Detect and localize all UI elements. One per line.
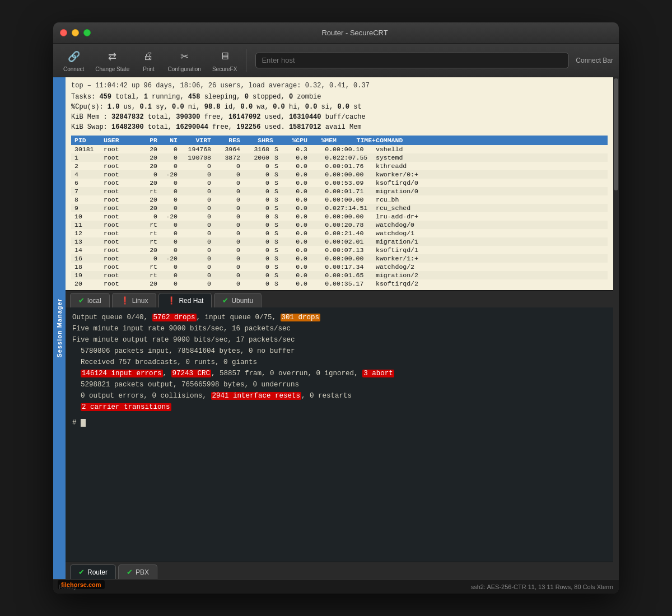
- terminal-area: top – 11:04:42 up 96 days, 18:06, 26 use…: [66, 77, 613, 579]
- table-row: 16root0-20000S0.00.00:00.00kworker/1:+: [71, 254, 608, 263]
- table-cell: 0: [178, 280, 211, 287]
- toolbar-separator: [246, 49, 246, 72]
- terminal-line-2: Five minute input rate 9000 bits/sec, 16…: [72, 323, 606, 334]
- table-cell: S: [269, 238, 278, 245]
- table-cell: kworker/1:+: [376, 255, 443, 262]
- terminal-line-7: 5298821 packets output, 765665998 bytes,…: [72, 379, 606, 390]
- toolbar: 🔗 Connect ⇄ Change State 🖨 Print ✂ Confi…: [53, 44, 619, 77]
- close-button[interactable]: [60, 29, 67, 36]
- scrollbar-thumb[interactable]: [614, 78, 618, 190]
- table-cell: 0: [211, 162, 240, 170]
- table-cell: root: [104, 246, 137, 254]
- table-cell: 0.0: [278, 263, 307, 270]
- status-bar: Ready ssh2: AES-256-CTR 11, 13 11 Rows, …: [53, 579, 619, 594]
- table-cell: 0.0: [307, 179, 337, 186]
- table-header: PID USER PR NI VIRT RES SHR S %CPU %MEM …: [71, 136, 608, 145]
- table-row: 9root200000S0.00.027:14.51rcu_sched: [71, 204, 608, 212]
- table-row: 2root200000S0.00.00:01.76kthreadd: [71, 162, 608, 170]
- highlight-abort: 3 abort: [362, 370, 394, 377]
- table-cell: 0.0: [307, 204, 337, 212]
- highlight-crc: 97243 CRC: [171, 370, 212, 377]
- table-cell: migration/0: [376, 188, 443, 195]
- securefx-button[interactable]: 🖥 SecureFX: [208, 46, 241, 74]
- col-shr: SHR: [240, 137, 269, 144]
- table-cell: 16: [74, 255, 104, 262]
- table-cell: ksoftirqd/2: [376, 280, 443, 287]
- table-cell: 0: [178, 221, 211, 228]
- cursor: [81, 419, 86, 427]
- table-cell: 20: [137, 179, 157, 186]
- table-cell: 14: [74, 246, 104, 254]
- table-cell: 30181: [74, 146, 104, 153]
- table-cell: 0: [157, 179, 178, 186]
- top-line3: %Cpu(s): 1.0 us, 0.1 sy, 0.0 ni, 98.8 id…: [71, 102, 608, 112]
- table-cell: 0: [211, 272, 240, 279]
- minimize-button[interactable]: [72, 29, 79, 36]
- change-state-button[interactable]: ⇄ Change State: [91, 46, 134, 74]
- col-virt: VIRT: [178, 137, 211, 144]
- tab-router[interactable]: ✔ Router: [70, 564, 116, 579]
- terminal-output: Output queue 0/40, 5762 drops, input que…: [66, 307, 613, 562]
- table-cell: S: [269, 272, 278, 279]
- table-cell: 0.0: [278, 272, 307, 279]
- table-row: 14root200000S0.00.00:07.13ksoftirqd/1: [71, 246, 608, 254]
- maximize-button[interactable]: [83, 29, 91, 36]
- terminal-line-3: Five minute output rate 9000 bits/sec, 1…: [72, 334, 606, 346]
- table-cell: 0: [157, 204, 178, 212]
- table-cell: 0: [157, 230, 178, 237]
- table-cell: 0.0: [278, 179, 307, 186]
- table-cell: 0: [178, 179, 211, 186]
- table-cell: 190708: [178, 154, 211, 161]
- table-cell: -20: [157, 213, 178, 220]
- table-cell: 0.3: [278, 146, 307, 153]
- table-cell: root: [104, 146, 137, 153]
- table-cell: 0: [178, 230, 211, 237]
- table-cell: S: [269, 230, 278, 237]
- table-cell: 12: [74, 230, 104, 237]
- tab-pbx[interactable]: ✔ PBX: [118, 564, 157, 579]
- table-cell: kworker/0:+: [376, 171, 443, 178]
- table-cell: 0: [211, 179, 240, 186]
- table-cell: 2060: [240, 154, 269, 161]
- table-cell: 0:00.00: [337, 171, 376, 178]
- col-time: TIME+: [337, 137, 376, 144]
- tab-local[interactable]: ✔ local: [70, 293, 110, 307]
- table-cell: 0: [240, 171, 269, 178]
- table-cell: migration/2: [376, 272, 443, 279]
- table-cell: 0.0: [278, 196, 307, 203]
- tab-router-label: Router: [87, 568, 108, 576]
- watermark-highlight: horse: [70, 581, 87, 588]
- terminal-line-8: 0 output errors, 0 collisions, 2941 inte…: [72, 390, 606, 402]
- table-cell: root: [104, 213, 137, 220]
- col-pr: PR: [137, 137, 157, 144]
- table-cell: 0.0: [307, 263, 337, 270]
- tab-linux[interactable]: ❗ Linux: [112, 293, 157, 307]
- table-cell: root: [104, 188, 137, 195]
- tab-ubuntu-label: Ubuntu: [231, 297, 253, 305]
- table-cell: 0: [211, 263, 240, 270]
- table-cell: 0: [211, 246, 240, 254]
- table-cell: 20: [137, 246, 157, 254]
- table-cell: 0.0: [307, 246, 337, 254]
- table-cell: rt: [137, 188, 157, 195]
- table-cell: 1: [74, 154, 104, 161]
- col-s: S: [269, 137, 278, 144]
- table-cell: -20: [157, 255, 178, 262]
- connect-button[interactable]: 🔗 Connect: [59, 46, 88, 74]
- scrollbar[interactable]: [613, 77, 619, 579]
- table-cell: 4: [74, 171, 104, 178]
- tab-redhat[interactable]: ❗ Red Hat: [158, 293, 212, 307]
- session-manager-sidebar[interactable]: Session Manager: [53, 77, 66, 579]
- host-input[interactable]: [255, 53, 569, 68]
- table-cell: 0.0: [278, 230, 307, 237]
- table-cell: 0:00.00: [337, 196, 376, 203]
- table-cell: S: [269, 213, 278, 220]
- table-cell: 0: [211, 171, 240, 178]
- tab-ubuntu[interactable]: ✔ Ubuntu: [214, 293, 262, 307]
- table-cell: 0.0: [307, 280, 337, 287]
- table-cell: 20: [137, 196, 157, 203]
- print-button[interactable]: 🖨 Print: [136, 46, 161, 74]
- table-cell: systemd: [376, 154, 443, 161]
- table-cell: S: [269, 146, 278, 153]
- configuration-button[interactable]: ✂ Configuration: [163, 46, 205, 74]
